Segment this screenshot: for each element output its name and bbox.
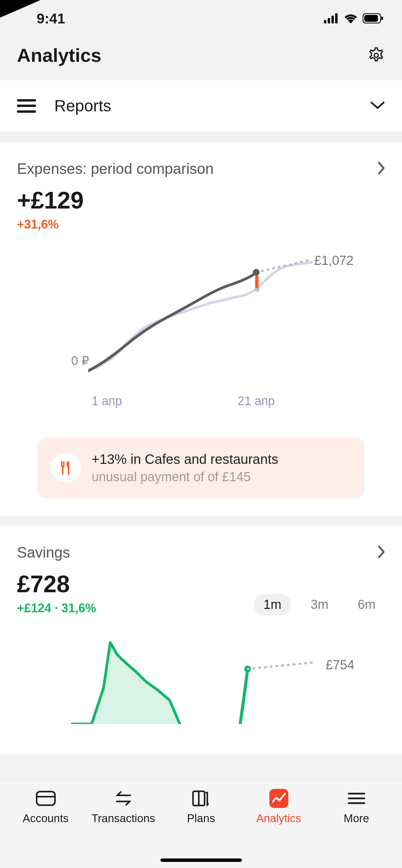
battery-icon: [363, 11, 384, 27]
status-time: 9:41: [37, 11, 65, 27]
chart-start-label: 0 ₽: [71, 354, 89, 368]
tab-analytics[interactable]: Analytics: [248, 790, 309, 825]
tab-more[interactable]: More: [326, 790, 387, 825]
tab-accounts[interactable]: Accounts: [15, 790, 76, 825]
expenses-change: +31,6%: [17, 217, 385, 232]
plans-icon: [191, 790, 212, 807]
savings-title: Savings: [17, 544, 70, 561]
svg-rect-12: [37, 792, 55, 805]
pill-6m[interactable]: 6m: [348, 594, 385, 615]
insight-headline: +13% in Cafes and restaurants: [92, 452, 278, 467]
svg-rect-1: [328, 18, 330, 23]
wifi-icon: [344, 11, 358, 27]
card-icon: [35, 790, 56, 807]
svg-rect-2: [331, 16, 334, 23]
chevron-right-icon: [378, 161, 385, 176]
chevron-down-icon[interactable]: [370, 101, 385, 111]
insight-subtext: unusual payment of of £145: [92, 470, 278, 484]
savings-area-chart: [71, 636, 315, 724]
chevron-right-icon: [378, 545, 385, 560]
time-range-pills: 1m 3m 6m: [254, 594, 385, 615]
reports-selector[interactable]: Reports: [0, 80, 402, 132]
savings-amount: £728: [17, 571, 96, 598]
status-bar: 9:41: [0, 0, 402, 37]
reports-title: Reports: [54, 96, 111, 115]
chart-x-tick: 1 апр: [92, 394, 122, 408]
savings-chart-end-label: £754: [326, 658, 355, 672]
expenses-amount: +£129: [17, 187, 385, 214]
expenses-card: Expenses: period comparison +£129 +31,6%…: [0, 142, 402, 516]
savings-chart: £754: [17, 636, 385, 738]
home-indicator[interactable]: [160, 858, 242, 862]
savings-header[interactable]: Savings: [17, 544, 385, 561]
page-title: Analytics: [17, 44, 101, 66]
svg-point-8: [253, 269, 260, 276]
insight-card[interactable]: +13% in Cafes and restaurants unusual pa…: [37, 437, 365, 499]
page-header: Analytics: [0, 37, 402, 80]
tab-label: Analytics: [256, 812, 301, 825]
pill-3m[interactable]: 3m: [301, 594, 338, 615]
savings-change: +£124 · 31,6%: [17, 601, 96, 615]
settings-icon[interactable]: [367, 47, 385, 64]
more-icon: [346, 790, 367, 807]
svg-rect-16: [269, 789, 288, 808]
tab-bar: Accounts Transactions Plans Analytics Mo…: [0, 780, 402, 868]
tab-label: Accounts: [23, 812, 69, 825]
svg-rect-6: [381, 17, 383, 20]
transfer-icon: [113, 790, 134, 807]
expenses-title: Expenses: period comparison: [17, 160, 214, 177]
savings-card: Savings £728 +£124 · 31,6% 1m 3m 6m £754: [0, 526, 402, 755]
svg-rect-5: [364, 15, 378, 22]
tab-label: More: [344, 812, 369, 825]
tab-label: Transactions: [92, 812, 155, 825]
cellular-icon: [324, 11, 339, 27]
analytics-icon: [268, 790, 289, 807]
expenses-header[interactable]: Expenses: period comparison: [17, 160, 385, 177]
tab-transactions[interactable]: Transactions: [93, 790, 154, 825]
chart-x-tick: 21 апр: [237, 394, 275, 408]
svg-point-7: [374, 53, 378, 57]
svg-rect-3: [335, 13, 338, 23]
tab-plans[interactable]: Plans: [171, 790, 232, 825]
hamburger-icon[interactable]: [17, 99, 36, 113]
pill-1m[interactable]: 1m: [254, 594, 291, 615]
tab-label: Plans: [187, 812, 215, 825]
svg-rect-0: [324, 20, 326, 23]
expenses-line-chart: [88, 245, 332, 374]
restaurant-icon: [51, 453, 81, 483]
expenses-chart: £1,072 0 ₽ 1 апр 21 апр: [17, 245, 385, 408]
